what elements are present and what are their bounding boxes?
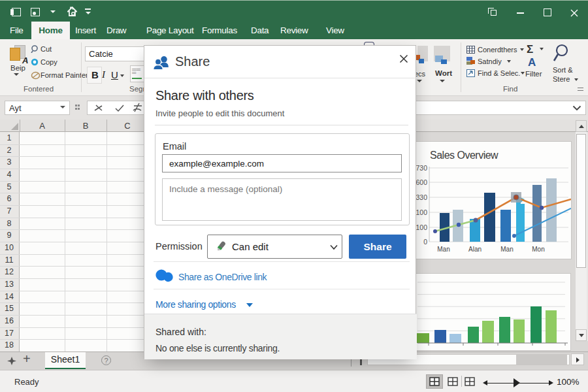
svg-text:Sales Overview: Sales Overview bbox=[430, 150, 498, 161]
svg-text:730: 730 bbox=[416, 164, 427, 172]
svg-text:100: 100 bbox=[416, 223, 427, 231]
svg-text:0: 0 bbox=[423, 238, 427, 246]
svg-text:600: 600 bbox=[416, 178, 427, 186]
svg-text:Mon: Mon bbox=[532, 246, 544, 253]
svg-text:330: 330 bbox=[416, 193, 427, 201]
svg-text:Alan: Alan bbox=[468, 246, 482, 253]
svg-text:100: 100 bbox=[416, 208, 427, 216]
svg-text:Man: Man bbox=[437, 246, 449, 253]
svg-text:Man: Man bbox=[500, 246, 513, 253]
